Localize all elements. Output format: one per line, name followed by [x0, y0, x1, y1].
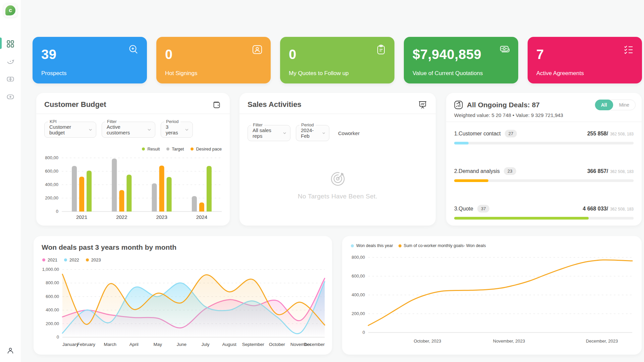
won-deals-card: Won deals past 3 years month by month 20… [34, 236, 332, 355]
svg-text:400,00: 400,00 [352, 292, 365, 297]
kpi-card-quotes-follow-up[interactable]: 0 My Quotes to Follow up [280, 37, 394, 83]
customer-budget-bar-chart: 800,00600,00400,00200,000202120222023202… [44, 154, 225, 221]
svg-text:200,00: 200,00 [45, 195, 58, 200]
svg-text:June: June [177, 342, 186, 347]
select-value: Active customers [107, 124, 144, 135]
presentation-chart-icon[interactable] [418, 100, 428, 110]
sidebar-item-goals[interactable] [0, 57, 21, 66]
select-label: Filter [251, 122, 264, 127]
progress-fill [454, 142, 469, 144]
svg-text:May: May [154, 342, 162, 347]
svg-text:2022: 2022 [116, 214, 127, 220]
sidebar: c [0, 0, 21, 362]
select-label: Period [164, 119, 180, 124]
deal-total: 362 508, 183 [610, 169, 634, 174]
checklist-icon [623, 44, 635, 56]
svg-text:200,00: 200,00 [352, 311, 365, 316]
deal-total: 362 508, 183 [610, 132, 634, 136]
svg-text:200.00: 200.00 [46, 321, 59, 326]
goals-line-chart: 800,00600,00400,00200,000October, 2023No… [350, 253, 636, 349]
kpi-label: Hot Signings [165, 70, 197, 77]
svg-text:800.00: 800.00 [46, 280, 59, 285]
progress-track [454, 217, 634, 220]
sidebar-item-board[interactable] [0, 74, 21, 84]
clipboard-icon [375, 44, 387, 56]
wallet-icon[interactable] [212, 100, 222, 110]
select-label: Period [300, 122, 316, 127]
budget-filters: KPI Customer budget Filter Active custom… [44, 122, 193, 138]
kpi-label: Prospects [41, 70, 67, 77]
kpi-card-hot-signings[interactable]: 0 Hot Signings [156, 37, 271, 83]
kpi-card-prospects[interactable]: 39 Prospects [33, 37, 147, 83]
select-value: 2024-Feb [301, 127, 319, 139]
legend-item: Desired pace [191, 146, 222, 152]
legend-dot [142, 147, 145, 150]
dashboard-grid-icon [7, 40, 14, 48]
select-value: All sales reps [253, 127, 280, 139]
svg-text:2023: 2023 [156, 214, 167, 220]
sales-filter-select[interactable]: Filter All sales reps [248, 125, 290, 141]
svg-text:October, 2023: October, 2023 [414, 339, 441, 344]
app-logo[interactable]: c [3, 3, 17, 17]
kpi-value: 39 [41, 47, 57, 62]
svg-text:400.00: 400.00 [46, 307, 59, 312]
legend-dot [86, 258, 89, 261]
kpi-card-active-agreements[interactable]: 7 Active Agreements [528, 37, 642, 83]
deals-title: All Ongoing Deals: 87 [467, 101, 591, 109]
legend-label: Desired pace [196, 146, 222, 152]
sales-filters: Filter All sales reps Period 2024-Feb Co… [248, 125, 360, 141]
deal-count-badge: 23 [504, 167, 516, 175]
chevron-down-icon [283, 132, 286, 134]
deal-row[interactable]: 1.Customer contact 27 255 858/ 362 508, … [454, 130, 634, 144]
svg-text:800,00: 800,00 [352, 255, 365, 260]
divider [239, 114, 436, 114]
deal-value: 255 858/ [587, 131, 608, 137]
deal-stage-label: 1.Customer contact [454, 131, 501, 137]
toggle-option-mine[interactable]: Mine [613, 100, 635, 110]
kpi-card-quotation-value[interactable]: $7,940,859 Value of Current Quotations [404, 37, 518, 83]
target-dart-icon [330, 171, 346, 187]
sidebar-item-profile[interactable] [0, 346, 21, 355]
kpi-value: 0 [165, 47, 173, 62]
budget-legend: Result Target Desired pace [142, 146, 222, 152]
kpi-label: Value of Current Quotations [413, 70, 483, 77]
legend-item: 2023 [86, 257, 101, 262]
period-select[interactable]: Period 3 yeras [161, 122, 193, 138]
svg-text:800,00: 800,00 [45, 155, 58, 160]
select-label: KPI [48, 119, 58, 124]
banknote-icon [499, 44, 511, 56]
filter-select[interactable]: Filter Active customers [102, 122, 155, 138]
kpi-select[interactable]: KPI Customer budget [44, 122, 96, 138]
sidebar-nav [0, 40, 21, 102]
kpi-label: Active Agreements [536, 70, 584, 77]
chevron-down-icon [148, 129, 151, 131]
svg-text:0: 0 [56, 209, 58, 214]
coworker-label: Coworker [338, 130, 360, 136]
toggle-option-all[interactable]: All [595, 100, 613, 110]
deal-row[interactable]: 3.Quote 37 4 668 033/ 362 508, 183 [454, 205, 634, 220]
legend-dot [166, 147, 169, 150]
select-value: 3 yeras [166, 124, 182, 135]
svg-text:December, 2023: December, 2023 [586, 339, 618, 344]
customer-budget-card: Customer Budget KPI Customer budget Filt… [36, 93, 230, 226]
sales-period-select[interactable]: Period 2024-Feb [296, 125, 329, 141]
deals-subtitle: Weighted value: 5 20 748 • Value: 9 329 … [454, 112, 563, 118]
svg-text:2021: 2021 [76, 214, 87, 220]
deal-row[interactable]: 2.Demand analysis 23 366 857/ 362 508, 1… [454, 167, 634, 182]
svg-text:March: March [104, 342, 116, 347]
svg-text:February: February [77, 342, 95, 347]
legend-item: 2021 [42, 257, 57, 262]
legend-label: 2023 [91, 257, 101, 262]
svg-text:2024: 2024 [196, 214, 207, 220]
deal-total: 362 508, 183 [610, 207, 634, 212]
goals-chart-card: Won deals this year Sum of co-worker mon… [342, 236, 642, 355]
kpi-value: 0 [289, 47, 297, 62]
sidebar-item-add-new[interactable] [0, 92, 21, 102]
legend-item: 2022 [64, 257, 79, 262]
plus-icon [6, 93, 14, 101]
svg-text:0: 0 [363, 330, 365, 335]
legend-label: Target [172, 146, 184, 152]
ongoing-deals-card: All Ongoing Deals: 87 All Mine Weighted … [446, 93, 642, 226]
sidebar-item-dashboard[interactable] [0, 40, 21, 48]
legend-item: Target [166, 146, 184, 152]
